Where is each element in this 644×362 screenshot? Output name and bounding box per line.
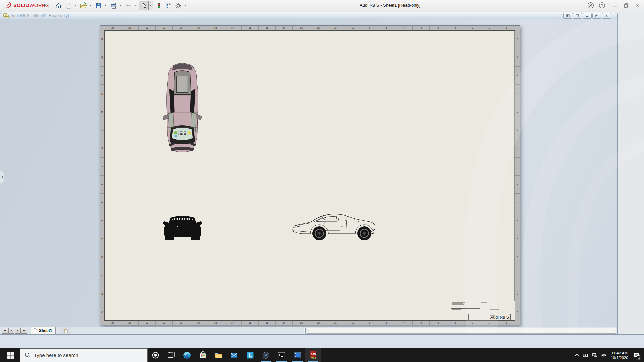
taskbar-l-app-button[interactable] [242, 348, 258, 362]
ds-logo-icon [3, 2, 12, 8]
taskbar-solidworks-2020-button[interactable]: SW2020 [305, 348, 321, 362]
doc-close-button[interactable] [602, 13, 611, 19]
blue-window-app-icon [293, 351, 302, 359]
toolbar-flyout-arrow-icon[interactable]: ▶ [44, 3, 46, 7]
taskbar-microsoft-store-button[interactable] [195, 348, 211, 362]
add-sheet-button[interactable] [60, 327, 71, 334]
cortana-icon [151, 351, 160, 359]
task-view-button[interactable] [163, 348, 179, 362]
pane-expand-right-icon [576, 14, 579, 17]
doc-minimize-icon [585, 14, 589, 17]
drawing-view-front[interactable] [161, 212, 205, 241]
drawing-viewport[interactable]: 242322212019181716151413121110987654321 … [0, 19, 618, 334]
feature-panel-collapse-handle[interactable] [0, 171, 4, 183]
zone-letter: Q [515, 48, 520, 66]
zone-number: 11 [327, 26, 344, 30]
drawing-document-icon [3, 13, 9, 20]
taskbar-mail-button[interactable] [226, 348, 242, 362]
notification-center-button[interactable]: 3 [631, 348, 642, 362]
taskbar-search[interactable] [20, 348, 148, 362]
user-account-button[interactable] [586, 1, 595, 9]
cortana-button[interactable] [148, 348, 163, 362]
help-button[interactable]: ? [598, 1, 606, 9]
car-side-view-drawing [291, 211, 387, 241]
taskbar-hexagon-app-button[interactable] [258, 348, 274, 362]
start-button[interactable] [0, 348, 20, 362]
next-sheet-button[interactable]: ⏵ [15, 328, 21, 334]
tab-scroll-splitter[interactable] [304, 328, 306, 334]
print-dropdown[interactable]: ▾ [118, 1, 123, 10]
taskbar-blue-window-app-button[interactable] [289, 348, 305, 362]
tray-battery-button[interactable] [581, 348, 590, 362]
zone-letter: J [515, 157, 520, 175]
zone-number: 16 [241, 26, 258, 30]
options-button[interactable] [173, 1, 183, 10]
doc-restore-button[interactable] [592, 13, 601, 19]
pane-collapse-left-button[interactable] [563, 13, 572, 19]
restore-icon [624, 3, 629, 8]
zone-number: 3 [464, 26, 481, 30]
taskbar-edge-button[interactable] [179, 348, 195, 362]
selection-filter-button[interactable] [154, 1, 164, 10]
pane-expand-right-button[interactable] [573, 13, 582, 19]
zone-number: 10 [344, 321, 361, 325]
zone-letter: N [515, 84, 520, 103]
car-top-view-drawing [161, 62, 204, 154]
tray-volume-button[interactable] [599, 348, 608, 362]
zone-letter: Q [100, 48, 104, 66]
select-button[interactable] [139, 1, 149, 10]
save-button[interactable] [94, 1, 103, 10]
zone-number: 21 [155, 321, 172, 325]
status-bar [0, 334, 644, 348]
zone-number: 12 [310, 26, 327, 30]
tray-network-button[interactable] [590, 348, 599, 362]
scroll-right-icon[interactable]: › [613, 329, 615, 333]
zone-number: 20 [172, 321, 190, 325]
zone-letter: K [515, 139, 520, 157]
options-dropdown[interactable]: ▾ [183, 1, 187, 10]
notification-count-badge: 3 [637, 355, 641, 360]
taskbar-command-prompt-button[interactable] [274, 348, 289, 362]
open-button[interactable] [78, 1, 88, 10]
undo-dropdown[interactable]: ▾ [133, 1, 138, 10]
restore-button[interactable] [622, 1, 631, 9]
close-button[interactable] [633, 1, 642, 9]
zone-letter: G [515, 193, 520, 212]
undo-button[interactable] [124, 1, 133, 10]
task-pane-collapsed [618, 11, 644, 334]
car-front-view-drawing [161, 212, 205, 241]
file-explorer-icon [214, 351, 223, 359]
properties-button[interactable] [164, 1, 173, 10]
zone-ruler-top: 242322212019181716151413121110987654321 [100, 26, 520, 30]
horizontal-scrollbar[interactable]: ‹ › [307, 328, 616, 334]
open-dropdown[interactable]: ▾ [88, 1, 93, 10]
drawing-view-top[interactable] [161, 62, 204, 154]
first-sheet-button[interactable]: ⏴⏴ [2, 328, 8, 334]
search-input[interactable] [34, 352, 135, 358]
zone-number: 16 [241, 321, 258, 325]
drawing-sheet[interactable]: Audi R8 S [104, 30, 515, 321]
solidworks-logo: SOLIDWORKS [3, 2, 49, 8]
drawing-view-side[interactable] [291, 211, 387, 241]
select-dropdown[interactable]: ▾ [149, 1, 153, 10]
scroll-left-icon[interactable]: ‹ [308, 329, 310, 333]
zone-number: 14 [275, 321, 292, 325]
tray-chevron-up-button[interactable] [572, 348, 581, 362]
new-document-button[interactable] [63, 1, 73, 10]
taskbar-clock[interactable]: 11:42 AM 10/1/2020 [608, 351, 631, 360]
save-dropdown[interactable]: ▾ [103, 1, 108, 10]
new-document-dropdown[interactable]: ▾ [73, 1, 77, 10]
zone-number: 7 [395, 321, 412, 325]
tab-sheet1[interactable]: Sheet1 [31, 327, 56, 334]
minimize-button[interactable] [610, 1, 619, 9]
search-icon [25, 352, 31, 358]
doc-minimize-button[interactable] [583, 13, 592, 19]
pane-collapse-left-icon [566, 14, 570, 17]
last-sheet-button[interactable]: ⏵⏵ [21, 328, 27, 334]
previous-sheet-button[interactable]: ⏴ [8, 328, 14, 334]
zone-number: 12 [310, 321, 327, 325]
windows-logo-icon [7, 352, 14, 359]
home-button[interactable] [54, 1, 63, 10]
taskbar-file-explorer-button[interactable] [211, 348, 226, 362]
print-button[interactable] [109, 1, 118, 10]
